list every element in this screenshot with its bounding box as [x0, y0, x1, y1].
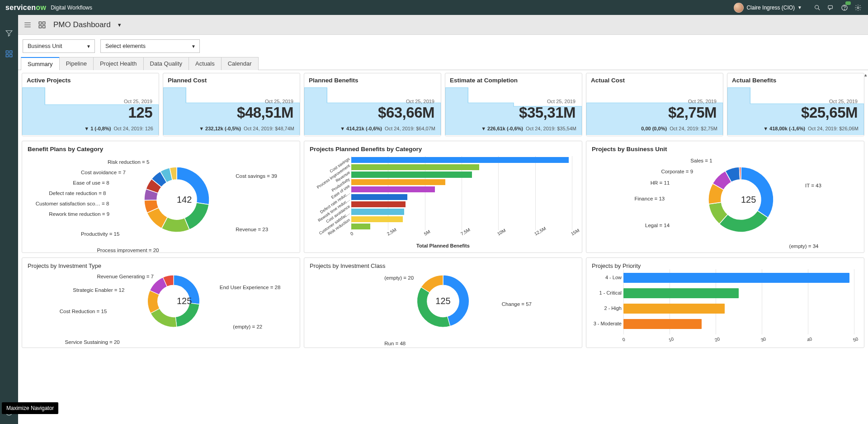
- svg-rect-1: [828, 5, 832, 9]
- search-icon[interactable]: [813, 3, 822, 12]
- brand-subtitle: Digital Workflows: [51, 5, 92, 11]
- svg-point-0: [815, 5, 819, 9]
- user-name[interactable]: Claire Ingress (CIO): [746, 5, 795, 11]
- chat-icon[interactable]: [826, 3, 835, 12]
- help-icon[interactable]: [840, 3, 849, 12]
- brand-logo: servicenow: [5, 4, 46, 12]
- svg-point-3: [844, 9, 845, 10]
- svg-point-4: [857, 7, 859, 9]
- top-banner: servicenow Digital Workflows Claire Ingr…: [0, 0, 868, 15]
- user-menu-chevron-icon[interactable]: ▼: [797, 5, 802, 10]
- settings-icon[interactable]: [854, 3, 863, 12]
- avatar[interactable]: [734, 3, 744, 13]
